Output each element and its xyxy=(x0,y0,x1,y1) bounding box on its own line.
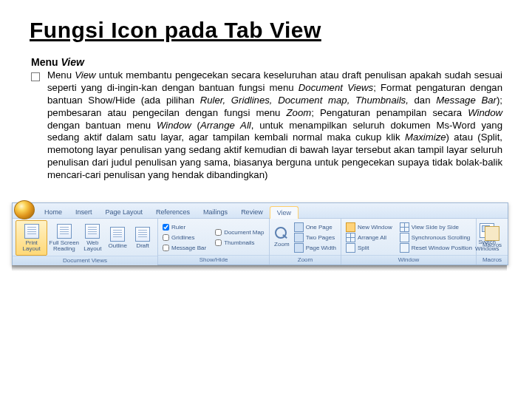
split-button[interactable]: Split xyxy=(344,243,394,253)
page-icon xyxy=(57,224,72,239)
page-icon xyxy=(110,227,125,242)
macros-icon xyxy=(485,226,499,241)
synchronous-scrolling-button[interactable]: Synchronous Scrolling xyxy=(398,233,474,242)
window-mini-icon xyxy=(346,243,355,253)
print-layout-button[interactable]: Print Layout xyxy=(16,220,47,256)
outline-button[interactable]: Outline xyxy=(106,221,129,255)
group-label: Macros xyxy=(477,255,508,265)
ribbon-tabstrip: HomeInsertPage LayoutReferencesMailingsR… xyxy=(13,203,508,219)
page-icon xyxy=(85,224,100,239)
message-bar-checkbox[interactable]: Message Bar xyxy=(161,243,208,253)
group-label: Zoom xyxy=(270,255,341,265)
tab-review[interactable]: Review xyxy=(234,206,270,218)
subheading-prefix: Menu xyxy=(31,56,61,68)
group-label: Window xyxy=(341,255,476,265)
window-mini-icon xyxy=(400,243,409,253)
office-button-icon[interactable] xyxy=(14,200,35,219)
zoom-button-label: Zoom xyxy=(274,242,289,248)
ruler-checkbox[interactable]: Ruler xyxy=(161,222,208,232)
window-mini-icon xyxy=(346,233,355,242)
subheading: Menu View xyxy=(31,56,502,68)
magnifier-icon xyxy=(275,227,288,240)
draft-button[interactable]: Draft xyxy=(131,221,154,255)
one-page-button[interactable]: One Page xyxy=(293,222,338,232)
two-pages-button[interactable]: Two Pages xyxy=(293,233,338,242)
word-ribbon: HomeInsertPage LayoutReferencesMailingsR… xyxy=(12,202,508,265)
page-icon xyxy=(135,227,150,242)
tab-view[interactable]: View xyxy=(270,206,299,219)
full-screen-reading-button[interactable]: Full Screen Reading xyxy=(49,221,79,255)
web-layout-button[interactable]: Web Layout xyxy=(81,221,104,255)
arrange-all-button[interactable]: Arrange All xyxy=(344,233,394,242)
window-mini-icon xyxy=(400,222,409,232)
page-width-button[interactable]: Page Width xyxy=(293,243,338,253)
ribbon-groups: Print LayoutFull Screen ReadingWeb Layou… xyxy=(13,219,508,265)
group-show-hide: RulerGridlinesMessage Bar Document MapTh… xyxy=(158,219,270,265)
bullet-icon xyxy=(31,72,40,81)
subheading-em: View xyxy=(61,56,83,68)
ribbon-shadow xyxy=(12,265,507,271)
gridlines-checkbox[interactable]: Gridlines xyxy=(161,233,208,242)
macros-button-label: Macros xyxy=(482,242,502,248)
slide-title: Fungsi Icon pada Tab View xyxy=(30,18,502,43)
tab-home[interactable]: Home xyxy=(38,206,69,218)
reset-window-position-button[interactable]: Reset Window Position xyxy=(398,243,474,253)
group-label: Show/Hide xyxy=(158,255,269,265)
tab-insert[interactable]: Insert xyxy=(69,206,99,218)
group-zoom: Zoom One PageTwo PagesPage Width Zoom xyxy=(270,219,341,265)
page-mini-icon xyxy=(294,222,304,232)
page-mini-icon xyxy=(294,243,304,253)
group-document-views: Print LayoutFull Screen ReadingWeb Layou… xyxy=(13,219,158,265)
zoom-button[interactable]: Zoom xyxy=(273,221,291,255)
tab-page-layout[interactable]: Page Layout xyxy=(99,206,150,218)
document-map-checkbox[interactable]: Document Map xyxy=(214,228,265,237)
view-side-by-side-button[interactable]: View Side by Side xyxy=(398,222,474,232)
group-label: Document Views xyxy=(13,256,157,265)
new-window-button[interactable]: New Window xyxy=(344,222,394,232)
body-paragraph: Menu View untuk membantu pengecekan seca… xyxy=(47,69,502,182)
page-mini-icon xyxy=(294,233,304,242)
group-window: New WindowArrange AllSplit View Side by … xyxy=(341,219,477,265)
thumbnails-checkbox[interactable]: Thumbnails xyxy=(214,238,265,248)
tab-references[interactable]: References xyxy=(149,206,197,218)
page-icon xyxy=(24,224,39,239)
window-mini-icon xyxy=(346,222,355,232)
tab-mailings[interactable]: Mailings xyxy=(197,206,234,218)
window-mini-icon xyxy=(400,233,409,242)
